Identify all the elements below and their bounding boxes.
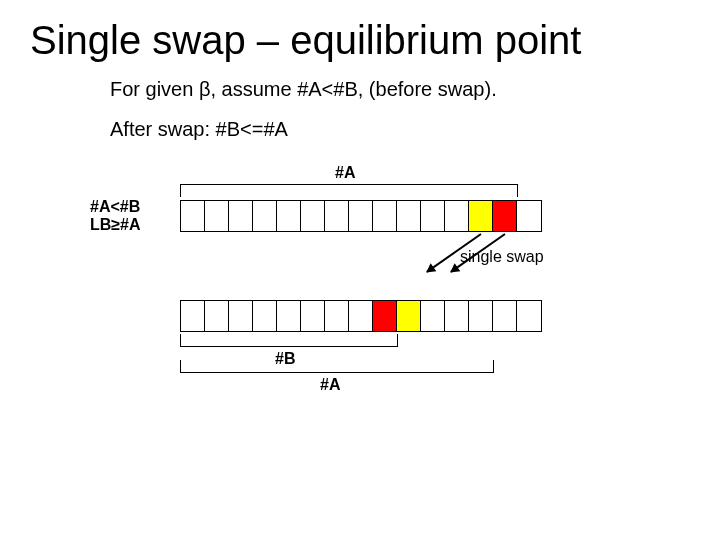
label-bot-a: #A — [320, 376, 340, 394]
cell — [253, 201, 277, 231]
line1-suffix: , assume #A<#B, (before swap). — [210, 78, 496, 100]
cell — [469, 301, 493, 331]
cell — [301, 301, 325, 331]
beta-symbol: β — [199, 78, 211, 100]
cell — [421, 201, 445, 231]
bracket-top-a — [180, 184, 518, 197]
cell — [301, 201, 325, 231]
cell — [277, 201, 301, 231]
cell — [325, 201, 349, 231]
slide-title: Single swap – equilibrium point — [30, 18, 581, 63]
cell — [205, 301, 229, 331]
cell-red — [493, 201, 517, 231]
cell — [277, 301, 301, 331]
diagram: #A #A<#B LB≥#A single swap — [60, 160, 620, 420]
row-bottom — [180, 300, 542, 332]
cell — [445, 301, 469, 331]
cell-yellow — [469, 201, 493, 231]
cell — [517, 301, 541, 331]
label-top-a: #A — [335, 164, 355, 182]
bracket-bot-a — [180, 360, 494, 373]
label-left-1: #A<#B — [90, 198, 140, 216]
cell — [349, 201, 373, 231]
label-left-2: LB≥#A — [90, 216, 141, 234]
cell — [397, 201, 421, 231]
cell — [445, 201, 469, 231]
line1-prefix: For given — [110, 78, 199, 100]
cell-yellow — [397, 301, 421, 331]
cell — [517, 201, 541, 231]
text-line-1: For given β, assume #A<#B, (before swap)… — [110, 78, 497, 101]
text-line-2: After swap: #B<=#A — [110, 118, 288, 141]
cell — [253, 301, 277, 331]
cell — [421, 301, 445, 331]
cell — [229, 301, 253, 331]
cell — [181, 301, 205, 331]
cell — [205, 201, 229, 231]
cell — [325, 301, 349, 331]
cell — [229, 201, 253, 231]
cell — [181, 201, 205, 231]
bracket-bot-b — [180, 334, 398, 347]
cell — [493, 301, 517, 331]
cell — [373, 201, 397, 231]
cell — [349, 301, 373, 331]
row-top — [180, 200, 542, 232]
cell-red — [373, 301, 397, 331]
